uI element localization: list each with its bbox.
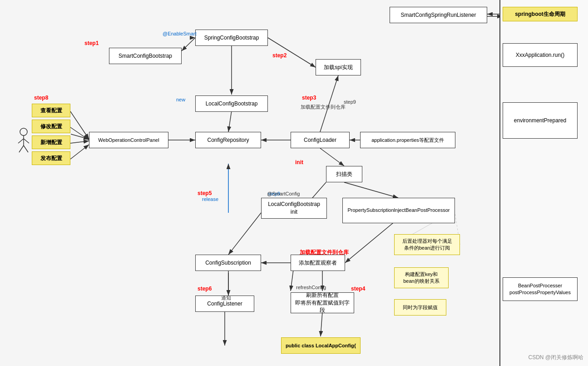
notify-label: 通知 (221, 295, 231, 301)
add-observer-label: 添加配置观察者 (299, 259, 337, 267)
public-class-label: public class LocalAppConfig{ (286, 343, 356, 348)
bean-post-processor-box: BeanPostProcesser postProcessPropertyVal… (503, 277, 578, 301)
smart-config-run-listener-label: SmartConfigSpringRunListener (400, 12, 476, 18)
svg-line-45 (24, 139, 29, 143)
note-assign-label: 同时为字段赋值 (403, 304, 438, 311)
svg-line-44 (18, 139, 24, 143)
note-post-processor-label: 后置处理器对每个满足 条件的bean进行订阅 (402, 238, 452, 252)
local-config-bootstrap-init-label: LocalConfigBootstrap init (268, 201, 320, 216)
step10-label: step6 (198, 286, 212, 292)
step5-label: 加载配置文件到仓库 (300, 249, 349, 256)
springboot-lifecycle-label: springboot生命周期 (515, 10, 565, 18)
step6-label: step4 (351, 286, 365, 292)
smart-config-bootstrap-label: SmartConfigBootstrap (119, 53, 172, 59)
add-observer-box: 添加配置观察者 (291, 255, 345, 271)
step4-label: init (295, 159, 303, 165)
svg-line-13 (320, 148, 344, 166)
svg-line-4 (182, 38, 195, 51)
svg-line-9 (228, 111, 232, 132)
local-config-bootstrap-init-box: LocalConfigBootstrap init (261, 198, 327, 219)
spring-config-bootstrap-box: SpringConfigBootstrap (195, 30, 268, 46)
edit-config-label: 修改配置 (40, 123, 62, 130)
watermark: CSDN @闭关修炼啊哈 (528, 354, 583, 361)
smart-config-bootstrap-box: SmartConfigBootstrap (109, 48, 182, 64)
note-assign-box: 同时为字段赋值 (394, 299, 446, 316)
load-spi-box: 加载spi实现 (316, 59, 361, 75)
svg-line-14 (344, 182, 398, 198)
add-config-label: 新增配置 (40, 139, 62, 146)
svg-line-17 (345, 219, 398, 263)
note-config-key-box: 构建配置key和 bean的映射关系 (394, 267, 449, 288)
config-repository-label: ConfigRepository (207, 137, 249, 143)
svg-line-39 (70, 145, 89, 159)
publish-config-box: 发布配置 (32, 151, 70, 165)
svg-line-38 (70, 141, 89, 143)
step1-label: step1 (84, 40, 99, 46)
springboot-lifecycle-box: springboot生命周期 (503, 7, 578, 21)
view-config-label: 查看配置 (40, 107, 62, 115)
web-operation-panel-box: WebOperationControlPanel (89, 132, 168, 148)
note-post-processor-box: 后置处理器对每个满足 条件的bean进行订阅 (394, 234, 460, 255)
xxx-application-box: XxxApplication.run() (503, 43, 578, 67)
scan-class-label: 扫描类 (336, 170, 352, 178)
smart-config-run-listener-box: SmartConfigSpringRunListener (390, 7, 487, 23)
step9-label: step5 (198, 190, 212, 196)
add-config-box: 新增配置 (32, 135, 70, 149)
init-label: step9 (344, 99, 356, 105)
bean-post-processor-label: BeanPostProcesser postProcessPropertyVal… (509, 282, 571, 296)
config-subscription-label: ConfigSubscription (205, 260, 251, 266)
config-listener-label: ConfigListener (207, 301, 242, 307)
config-loader-box: ConfigLoader (291, 132, 350, 148)
local-config-bootstrap-label: LocalConfigBootstrap (206, 100, 258, 107)
environment-prepared-label: environmentPrepared (514, 117, 566, 124)
spring-config-bootstrap-label: SpringConfigBootstrap (204, 35, 259, 41)
publish-config-label: 发布配置 (40, 155, 62, 162)
svg-line-36 (70, 111, 89, 139)
property-subscription-label: PropertySubscriptionlnjectBeanPostProces… (347, 207, 450, 214)
public-class-box: public class LocalAppConfig{ (281, 337, 361, 354)
load-config-label: 加载配置文件到仓库 (301, 104, 346, 110)
config-subscription-box: ConfigSubscription (195, 255, 261, 271)
release-label: release (202, 196, 218, 202)
svg-point-42 (20, 128, 27, 135)
web-operation-panel-label: WebOperationControlPanel (98, 137, 159, 143)
new-label: new (176, 97, 185, 102)
note-config-key-label: 构建配置key和 bean的映射关系 (403, 271, 439, 285)
scan-class-box: 扫描类 (326, 166, 362, 182)
svg-line-16 (228, 213, 261, 255)
config-loader-label: ConfigLoader (304, 137, 336, 143)
environment-prepared-box: environmentPrepared (503, 102, 578, 139)
refresh-config-arrow-label: refreshConfig (296, 285, 326, 290)
load-spi-label: 加载spi实现 (324, 64, 352, 71)
svg-line-37 (70, 127, 89, 140)
person-icon (15, 127, 33, 155)
edit-config-box: 修改配置 (32, 120, 70, 133)
diagram-container: springboot生命周期 XxxApplication.run() envi… (0, 0, 588, 366)
svg-line-25 (321, 312, 322, 336)
app-properties-label: application.properties等配置文件 (371, 137, 444, 144)
xxx-application-label: XxxApplication.run() (516, 52, 564, 58)
local-config-bootstrap-box: LocalConfigBootstrap (195, 95, 268, 112)
step2-label: step2 (272, 52, 287, 59)
config-repository-box: ConfigRepository (195, 132, 261, 148)
svg-line-47 (24, 145, 28, 152)
refresh-config-label: 刷新所有配置 即将所有配置赋值到字段 (293, 291, 352, 314)
svg-line-46 (19, 145, 24, 152)
property-subscription-box: PropertySubscriptionlnjectBeanPostProces… (342, 198, 455, 223)
svg-line-27 (71, 134, 89, 139)
step3-label: step3 (302, 95, 316, 101)
view-config-box: 查看配置 (32, 104, 70, 117)
refresh-config-box: 刷新所有配置 即将所有配置赋值到字段 (291, 292, 354, 313)
step8-label: step8 (34, 95, 48, 101)
enable-smart-label: @EnableSmart (163, 31, 197, 36)
app-properties-box: application.properties等配置文件 (360, 132, 455, 148)
smart-config-annotation-label: @SmartConfig (267, 191, 300, 196)
